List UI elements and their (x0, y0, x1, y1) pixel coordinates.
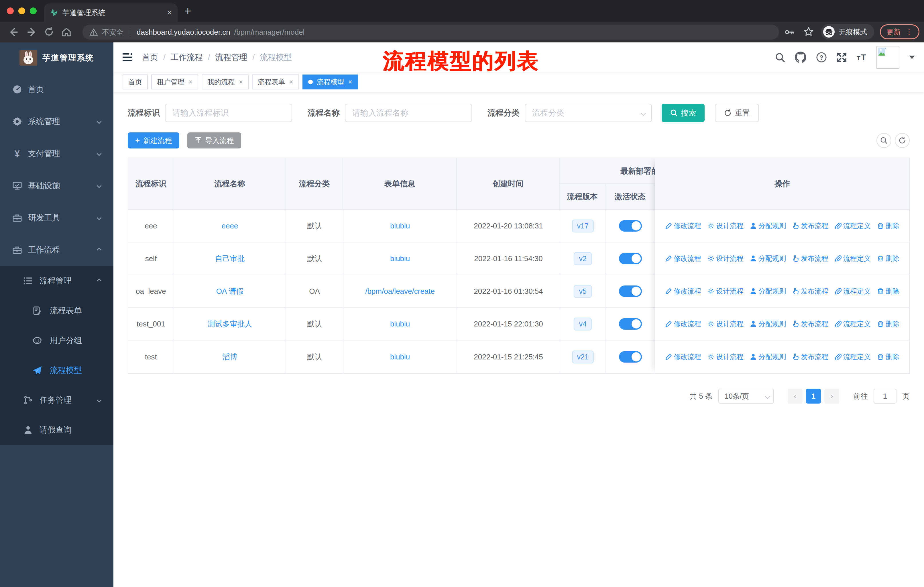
goto-page-input[interactable] (874, 389, 896, 403)
tag-tenant[interactable]: 租户管理× (151, 74, 198, 89)
github-icon[interactable] (795, 51, 806, 63)
design-process-link[interactable]: 设计流程 (708, 287, 744, 296)
delete-link[interactable]: 删除 (877, 287, 899, 296)
font-size-icon[interactable]: TT (857, 53, 867, 62)
process-definition-link[interactable]: 流程定义 (835, 254, 871, 263)
sidebar-item-process-form[interactable]: 流程表单 (0, 296, 114, 326)
sidebar-item-user-group[interactable]: 用户分组 (0, 326, 114, 356)
address-bar[interactable]: 不安全 dashboard.yudao.iocoder.cn/bpm/manag… (82, 25, 779, 40)
caret-down-icon[interactable] (909, 56, 915, 59)
search-icon[interactable] (775, 52, 785, 63)
refresh-button[interactable] (895, 133, 910, 148)
process-name-link[interactable]: 滔博 (222, 352, 237, 362)
sidebar-item-task-mgmt[interactable]: 任务管理 (0, 385, 114, 415)
reset-button[interactable]: 重置 (715, 104, 759, 122)
process-name-link[interactable]: OA 请假 (216, 286, 243, 296)
form-info-link[interactable]: biubiu (390, 254, 410, 263)
active-toggle[interactable] (619, 318, 642, 330)
sidebar-item-leave-query[interactable]: 请假查询 (0, 415, 114, 445)
assign-rule-link[interactable]: 分配规则 (750, 221, 786, 230)
app-logo[interactable]: 芋道管理系统 (0, 42, 114, 73)
create-process-button[interactable]: + 新建流程 (128, 132, 179, 149)
forward-icon[interactable] (27, 27, 37, 37)
breadcrumb-process-mgmt[interactable]: 流程管理 (215, 52, 248, 63)
form-info-link[interactable]: biubiu (390, 352, 410, 361)
tag-home[interactable]: 首页 (122, 74, 148, 89)
design-process-link[interactable]: 设计流程 (708, 352, 744, 361)
sidebar-item-home[interactable]: 首页 (0, 73, 114, 106)
process-definition-link[interactable]: 流程定义 (835, 221, 871, 230)
active-toggle[interactable] (619, 286, 642, 297)
process-id-input[interactable] (165, 104, 292, 122)
tag-close-icon[interactable]: × (239, 78, 243, 86)
sidebar-item-workflow[interactable]: 工作流程 (0, 234, 114, 266)
home-icon[interactable] (61, 27, 72, 37)
assign-rule-link[interactable]: 分配规则 (750, 254, 786, 263)
sidebar-item-infra[interactable]: 基础设施 (0, 170, 114, 202)
process-name-link[interactable]: 自己审批 (215, 254, 244, 264)
sidebar-item-process-model[interactable]: 流程模型 (0, 356, 114, 385)
active-toggle[interactable] (619, 253, 642, 264)
modify-process-link[interactable]: 修改流程 (665, 254, 701, 263)
process-definition-link[interactable]: 流程定义 (835, 319, 871, 329)
tag-close-icon[interactable]: × (289, 78, 293, 86)
key-icon[interactable] (784, 26, 795, 37)
publish-process-link[interactable]: 发布流程 (792, 254, 828, 263)
tag-my-process[interactable]: 我的流程× (201, 74, 249, 89)
process-definition-link[interactable]: 流程定义 (835, 352, 871, 361)
sidebar-item-dev[interactable]: 研发工具 (0, 202, 114, 234)
form-info-link[interactable]: biubiu (390, 222, 410, 230)
browser-tab[interactable]: 芋道管理系统 × (44, 3, 178, 22)
active-toggle[interactable] (619, 351, 642, 362)
page-size-select[interactable]: 10条/页 (718, 389, 774, 403)
modify-process-link[interactable]: 修改流程 (665, 287, 701, 296)
form-info-link[interactable]: /bpm/oa/leave/create (365, 287, 435, 296)
form-info-link[interactable]: biubiu (390, 319, 410, 329)
search-button[interactable]: 搜索 (662, 104, 705, 122)
fullscreen-icon[interactable] (837, 52, 847, 63)
help-icon[interactable]: ? (816, 52, 827, 63)
assign-rule-link[interactable]: 分配规则 (750, 287, 786, 296)
publish-process-link[interactable]: 发布流程 (792, 221, 828, 230)
new-tab-button[interactable]: + (185, 5, 191, 17)
browser-menu-icon[interactable]: ⋮ (905, 28, 913, 36)
breadcrumb-home[interactable]: 首页 (142, 52, 158, 63)
page-1-button[interactable]: 1 (806, 389, 821, 403)
publish-process-link[interactable]: 发布流程 (792, 352, 828, 361)
close-window-button[interactable] (7, 7, 14, 14)
assign-rule-link[interactable]: 分配规则 (750, 319, 786, 329)
process-name-input[interactable] (345, 104, 472, 122)
tag-process-model[interactable]: 流程模型× (302, 74, 358, 89)
modify-process-link[interactable]: 修改流程 (665, 221, 701, 230)
modify-process-link[interactable]: 修改流程 (665, 319, 701, 329)
sidebar-item-pay[interactable]: ¥ 支付管理 (0, 137, 114, 170)
publish-process-link[interactable]: 发布流程 (792, 319, 828, 329)
tag-process-form[interactable]: 流程表单× (252, 74, 299, 89)
publish-process-link[interactable]: 发布流程 (792, 287, 828, 296)
reload-icon[interactable] (44, 27, 54, 37)
import-process-button[interactable]: 导入流程 (187, 132, 241, 149)
active-toggle[interactable] (619, 220, 642, 231)
incognito-badge[interactable]: 无痕模式 (821, 24, 874, 40)
update-button[interactable]: 更新 ⋮ (880, 24, 919, 39)
process-name-link[interactable]: eeee (222, 222, 238, 230)
tag-close-icon[interactable]: × (348, 78, 352, 86)
back-icon[interactable] (8, 27, 18, 37)
toggle-search-button[interactable] (876, 133, 891, 148)
avatar[interactable] (876, 46, 899, 69)
design-process-link[interactable]: 设计流程 (708, 221, 744, 230)
design-process-link[interactable]: 设计流程 (708, 254, 744, 263)
delete-link[interactable]: 删除 (877, 352, 899, 361)
delete-link[interactable]: 删除 (877, 254, 899, 263)
tab-close-icon[interactable]: × (167, 8, 172, 17)
delete-link[interactable]: 删除 (877, 319, 899, 329)
assign-rule-link[interactable]: 分配规则 (750, 352, 786, 361)
sidebar-item-system[interactable]: 系统管理 (0, 106, 114, 137)
sidebar-item-process-mgmt[interactable]: 流程管理 (0, 266, 114, 296)
design-process-link[interactable]: 设计流程 (708, 319, 744, 329)
zoom-window-button[interactable] (30, 7, 37, 14)
breadcrumb-workflow[interactable]: 工作流程 (171, 52, 203, 63)
delete-link[interactable]: 删除 (877, 221, 899, 230)
tag-close-icon[interactable]: × (188, 78, 193, 86)
process-definition-link[interactable]: 流程定义 (835, 287, 871, 296)
